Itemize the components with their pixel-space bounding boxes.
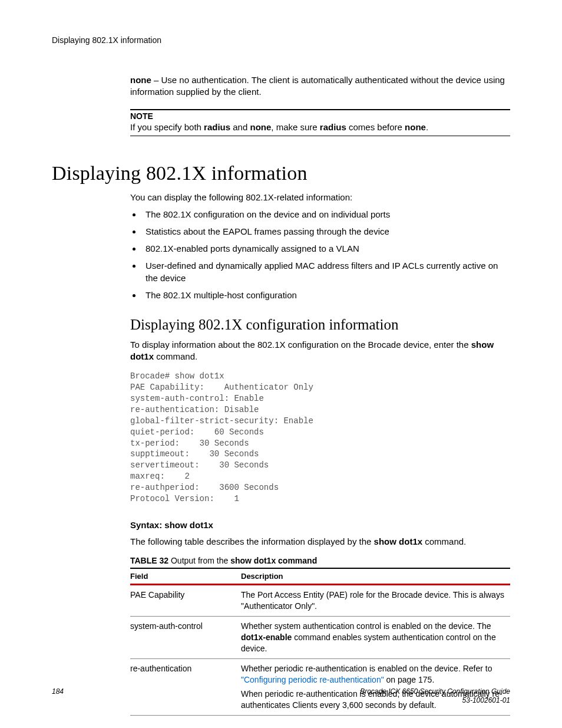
syntax-line: Syntax: show dot1x: [130, 520, 510, 530]
doc-id: Brocade ICX 6650 Security Configuration …: [360, 687, 510, 706]
list-item: User-defined and dynamically applied MAC…: [142, 259, 510, 284]
list-item: 802.1X-enabled ports dynamically assigne…: [142, 242, 510, 255]
page-number: 184: [52, 687, 64, 696]
running-header: Displaying 802.1X information: [52, 35, 510, 45]
col-description: Description: [241, 568, 510, 585]
table-row: system-auth-control Whether system authe…: [130, 616, 510, 658]
cell-field: PAE Capability: [130, 585, 241, 617]
table-caption: TABLE 32 Output from the show dot1x comm…: [130, 556, 510, 565]
none-keyword: none: [130, 75, 151, 85]
lead-paragraph: You can display the following 802.1X-rel…: [130, 192, 510, 203]
table-row: PAE Capability The Port Access Entity (P…: [130, 585, 510, 617]
section-heading: Displaying 802.1X information: [52, 162, 510, 185]
note-top-rule: [130, 109, 510, 110]
none-text: – Use no authentication. The client is a…: [130, 75, 505, 97]
page-footer: 184 Brocade ICX 6650 Security Configurat…: [52, 687, 510, 706]
cell-desc: The Port Access Entity (PAE) role for th…: [241, 585, 510, 617]
list-item: The 802.1X configuration on the device a…: [142, 208, 510, 220]
cross-ref-link[interactable]: "Configuring periodic re-authentication": [241, 675, 384, 684]
none-paragraph: none – Use no authentication. The client…: [130, 74, 510, 98]
note-label: NOTE: [130, 111, 510, 121]
list-item: Statistics about the EAPOL frames passin…: [142, 225, 510, 238]
col-field: Field: [130, 568, 241, 585]
config-intro: To display information about the 802.1X …: [130, 339, 510, 363]
list-item: The 802.1X multiple-host configuration: [142, 289, 510, 301]
code-block: Brocade# show dot1x PAE Capability: Auth…: [130, 371, 510, 505]
table-intro: The following table describes the inform…: [130, 536, 510, 548]
subsection-heading: Displaying 802.1X configuration informat…: [130, 317, 510, 333]
bullet-list: The 802.1X configuration on the device a…: [130, 208, 510, 301]
cell-desc: Whether system authentication control is…: [241, 616, 510, 658]
note-text: If you specify both radius and none, mak…: [130, 122, 510, 136]
cell-field: system-auth-control: [130, 616, 241, 658]
